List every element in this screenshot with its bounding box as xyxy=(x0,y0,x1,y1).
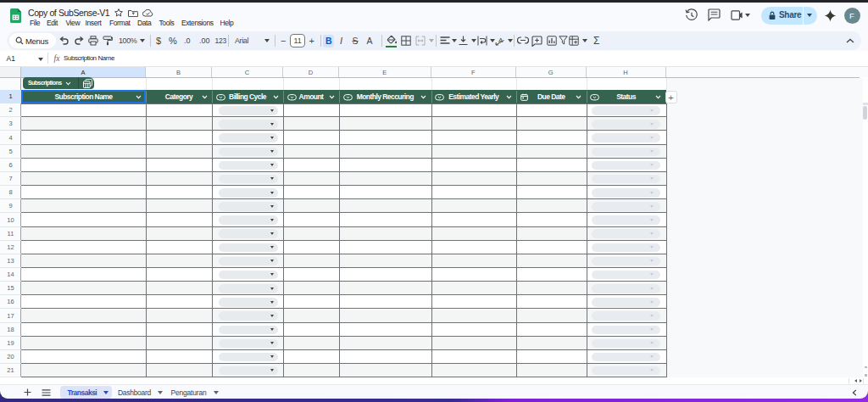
svg-text:A: A xyxy=(498,36,504,44)
